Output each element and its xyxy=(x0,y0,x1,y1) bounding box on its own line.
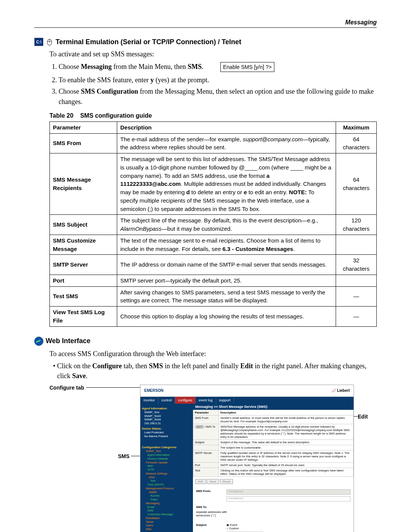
logo-emerson: EMERSON xyxy=(144,388,164,393)
table-row: View Test SMS Log FileChoose this option… xyxy=(50,307,377,327)
terminal-intro: To activate and set up SMS messages: xyxy=(49,49,377,59)
sidebar-item-network[interactable]: Network Settings xyxy=(146,472,191,476)
table-row: SMS SubjectThe subject line of the messa… xyxy=(50,215,377,235)
figure-web-screenshot: Configure tab SMS Edit EMERSON 📈 Liebert… xyxy=(49,385,377,532)
reset-button[interactable]: Reset xyxy=(220,479,233,484)
webui-breadcrumb: Messaging >> Short Message Service (SMS)… xyxy=(193,404,354,410)
section-web-heading: Web Interface xyxy=(34,337,377,346)
table-row: SMTP ServerThe IP address or domain name… xyxy=(50,255,377,275)
tab-eventlog[interactable]: event log xyxy=(196,397,216,404)
page-header: Messaging xyxy=(34,19,377,28)
table-row: Test SMSAfter saving changes to SMS para… xyxy=(50,286,377,307)
section-web-body: To access SMS Configuration through the … xyxy=(49,349,377,381)
logo-liebert: 📈 Liebert xyxy=(331,388,350,393)
sidebar-item-mgmt[interactable]: Management Protocol xyxy=(146,487,191,490)
callout-sms: SMS xyxy=(118,453,129,459)
table-row: SMS Customize MessageThe text of the mes… xyxy=(50,235,377,255)
th-maximum: Maximum xyxy=(336,121,377,133)
th-parameter: Parameter xyxy=(50,121,117,133)
tab-control[interactable]: control xyxy=(158,397,175,404)
table-caption: Table 20 SMS configuration guide xyxy=(49,111,377,120)
tab-monitor[interactable]: monitor xyxy=(140,397,158,404)
globe-icon xyxy=(34,337,43,346)
step-2: To enable the SMS feature, enter y (yes)… xyxy=(59,75,377,85)
th-description: Description xyxy=(117,121,336,133)
callout-edit: Edit xyxy=(358,414,368,420)
callout-configure-tab: Configure tab xyxy=(49,385,84,391)
tab-support[interactable]: support xyxy=(216,397,234,404)
section-terminal-body: To activate and set up SMS messages: Cho… xyxy=(49,49,377,327)
web-bullet: Click on the Configure tab, then SMS in … xyxy=(57,361,377,381)
sms-from-input[interactable]: Uninitialized xyxy=(226,489,350,495)
webui-sidebar: Agent Information: SNMP_Test SNMP_Test3 … xyxy=(140,404,193,532)
save-button[interactable]: Save xyxy=(207,479,219,484)
sidebar-item-agentinfo[interactable]: Agent Information xyxy=(147,453,191,457)
webui-desc-table: ParameterDescriptionSMS FromSender's ema… xyxy=(193,410,354,477)
web-intro: To access SMS Configuration through the … xyxy=(49,349,377,359)
sidebar-item-sms[interactable]: SMS xyxy=(147,509,191,513)
section-terminal-heading: C:\ Terminal Emulation (Serial or TCP/IP… xyxy=(34,38,377,46)
sidebar-item-messaging[interactable]: Messaging xyxy=(146,502,191,505)
sidebar-item-factory[interactable]: Factory Defaults xyxy=(147,457,191,461)
webui-panel: EMERSON 📈 Liebert monitor control config… xyxy=(140,385,354,532)
webui-tabs: monitor control configure event log supp… xyxy=(140,397,354,404)
mouse-icon xyxy=(46,38,53,46)
table-row: SMS FromThe e-mail address of the sender… xyxy=(50,133,377,153)
tab-configure[interactable]: configure xyxy=(175,397,196,404)
sidebar-item-snmptest[interactable]: SNMP_Test xyxy=(146,449,191,453)
cmd-icon: C:\ xyxy=(34,38,43,46)
edit-button[interactable]: Edit xyxy=(195,479,206,484)
step-1: Choose Messaging from the Main Menu, the… xyxy=(59,61,377,73)
sidebar-item-firmware[interactable]: Firmware Update xyxy=(146,461,191,465)
webui-form: SMS From:Uninitialized Uninitialized SMS… xyxy=(193,486,354,532)
section-terminal-title: Terminal Emulation (Serial or TCP/IP Con… xyxy=(56,38,241,46)
code-prompt: Enable SMS [y/n] ?> xyxy=(220,62,274,72)
section-web-title: Web Interface xyxy=(46,337,91,345)
sms-config-table: Parameter Description Maximum SMS FromTh… xyxy=(49,121,377,327)
step-3: Choose SMS Configuration from the Messag… xyxy=(59,86,377,106)
table-row: PortSMTP server port—typically the defau… xyxy=(50,275,377,286)
table-row: SMS Message RecipientsThe message will b… xyxy=(50,153,377,215)
